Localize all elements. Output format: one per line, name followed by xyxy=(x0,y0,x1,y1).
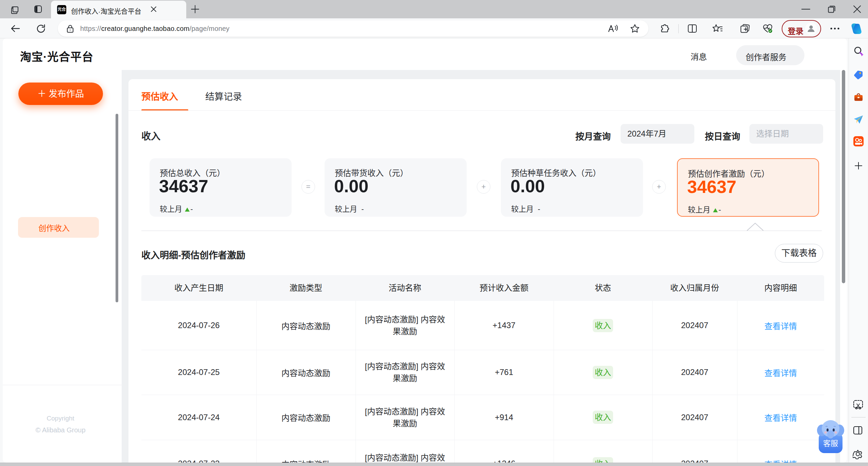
svg-text:客服: 客服 xyxy=(823,439,838,448)
